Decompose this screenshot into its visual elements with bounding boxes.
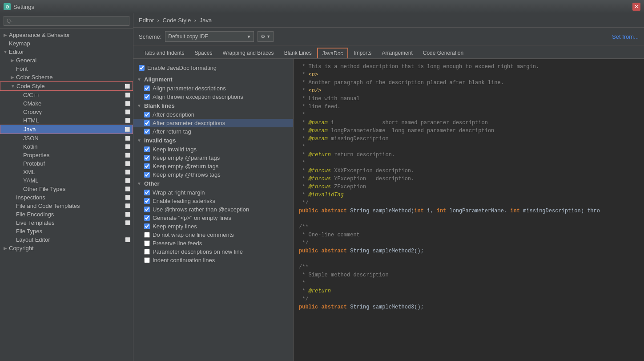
option-indent-continuation[interactable]: Indent continuation lines <box>133 256 293 264</box>
tab-spaces[interactable]: Spaces <box>189 48 217 58</box>
sidebar-item-groovy[interactable]: Groovy ⬜ <box>0 108 133 116</box>
close-button[interactable]: ✕ <box>632 3 640 11</box>
sidebar-item-live-templates[interactable]: Live Templates ⬜ <box>0 219 133 227</box>
section-other-header[interactable]: ▼ Other <box>133 179 293 188</box>
tab-javadoc[interactable]: JavaDoc <box>317 48 349 58</box>
align-param-checkbox[interactable] <box>144 85 150 91</box>
scheme-bar: Scheme: Default copy IDE ▼ ⚙ ▼ Set from.… <box>133 28 644 46</box>
option-label: Indent continuation lines <box>153 257 215 264</box>
tab-imports[interactable]: Imports <box>349 48 376 58</box>
keep-invalid-checkbox[interactable] <box>144 146 150 152</box>
scheme-dropdown[interactable]: Default copy IDE ▼ <box>165 31 254 42</box>
sidebar-item-protobuf[interactable]: Protobuf ⬜ <box>0 159 133 168</box>
keep-empty-return-checkbox[interactable] <box>144 163 150 169</box>
section-blank-lines-header[interactable]: ▼ Blank lines <box>133 101 293 110</box>
expand-arrow: ▶ <box>2 246 9 251</box>
leading-asterisks-checkbox[interactable] <box>144 198 150 204</box>
option-param-new-line[interactable]: Parameter descriptions on new line <box>133 247 293 256</box>
sidebar-item-html[interactable]: HTML ⬜ <box>0 116 133 125</box>
section-invalid-tags-header[interactable]: ▼ Invalid tags <box>133 136 293 145</box>
scheme-gear-button[interactable]: ⚙ ▼ <box>258 31 274 42</box>
sidebar-item-keymap[interactable]: Keymap <box>0 39 133 48</box>
option-keep-empty-throws[interactable]: Keep empty @throws tags <box>133 170 293 179</box>
sidebar-item-cpp[interactable]: C/C++ ⬜ <box>0 91 133 99</box>
sidebar-item-appearance[interactable]: ▶ Appearance & Behavior <box>0 31 133 39</box>
sidebar-item-properties[interactable]: Properties ⬜ <box>0 151 133 159</box>
option-no-wrap-one-line[interactable]: Do not wrap one line comments <box>133 231 293 239</box>
wrap-right-margin-checkbox[interactable] <box>144 190 150 195</box>
after-return-checkbox[interactable] <box>144 129 150 134</box>
sidebar-item-general[interactable]: ▶ General <box>0 56 133 65</box>
keep-empty-param-checkbox[interactable] <box>144 155 150 161</box>
use-throws-checkbox[interactable] <box>144 207 150 212</box>
sidebar-item-copyright[interactable]: ▶ Copyright <box>0 244 133 252</box>
indent-continuation-checkbox[interactable] <box>144 257 150 263</box>
sidebar-item-other-file-types[interactable]: Other File Types ⬜ <box>0 185 133 193</box>
gear-dropdown-icon: ▼ <box>266 34 270 39</box>
sidebar-item-kotlin[interactable]: Kotlin ⬜ <box>0 142 133 151</box>
sidebar-item-yaml[interactable]: YAML ⬜ <box>0 176 133 185</box>
sidebar-item-xml[interactable]: XML ⬜ <box>0 168 133 176</box>
set-from-link[interactable]: Set from... <box>612 33 639 40</box>
option-after-return-tag[interactable]: After return tag <box>133 127 293 136</box>
option-label: Generate "<p>" on empty lines <box>153 215 231 221</box>
sidebar-item-layout-editor[interactable]: Layout Editor ⬜ <box>0 235 133 244</box>
option-label: After parameter descriptions <box>153 120 225 126</box>
generate-p-checkbox[interactable] <box>144 215 150 221</box>
expand-arrow: ▼ <box>9 84 16 89</box>
tab-code-generation[interactable]: Code Generation <box>418 48 468 58</box>
option-wrap-right-margin[interactable]: Wrap at right margin <box>133 188 293 197</box>
sidebar-item-label: Kotlin <box>23 143 38 150</box>
align-thrown-checkbox[interactable] <box>144 94 150 100</box>
option-after-param-descriptions[interactable]: After parameter descriptions <box>133 119 293 127</box>
sidebar-item-editor[interactable]: ▼ Editor <box>0 48 133 56</box>
tab-arrangement[interactable]: Arrangement <box>377 48 417 58</box>
sidebar-item-color-scheme[interactable]: ▶ Color Scheme <box>0 73 133 81</box>
option-label: Use @throws rather than @exception <box>153 206 249 213</box>
param-new-line-checkbox[interactable] <box>144 249 150 255</box>
sidebar-item-cmake[interactable]: CMake ⬜ <box>0 99 133 108</box>
search-input[interactable] <box>4 16 129 26</box>
tab-tabs-and-indents[interactable]: Tabs and Indents <box>139 48 189 58</box>
tab-wrapping-and-braces[interactable]: Wrapping and Braces <box>217 48 278 58</box>
tab-blank-lines[interactable]: Blank Lines <box>279 48 317 58</box>
section-alignment-header[interactable]: ▼ Alignment <box>133 75 293 84</box>
tabs-bar: Tabs and Indents Spaces Wrapping and Bra… <box>133 48 644 59</box>
section-other: ▼ Other Wrap at right margin Enable lead… <box>133 179 293 264</box>
section-blank-lines: ▼ Blank lines After description After pa… <box>133 101 293 136</box>
sidebar-item-file-types[interactable]: File Types <box>0 227 133 235</box>
sidebar-item-file-encodings[interactable]: File Encodings ⬜ <box>0 210 133 219</box>
sidebar-item-code-style[interactable]: ▼ Code Style ⬜ <box>0 81 133 91</box>
code-preview-content: * This is a method description that is l… <box>299 63 639 311</box>
option-after-description[interactable]: After description <box>133 110 293 119</box>
preserve-line-feeds-checkbox[interactable] <box>144 240 150 246</box>
scheme-label: Scheme: <box>139 33 161 40</box>
option-align-thrown[interactable]: Align thrown exception descriptions <box>133 93 293 101</box>
sidebar-item-inspections[interactable]: Inspections ⬜ <box>0 193 133 202</box>
option-keep-empty-param[interactable]: Keep empty @param tags <box>133 154 293 162</box>
sidebar-item-json[interactable]: JSON ⬜ <box>0 134 133 142</box>
option-align-param[interactable]: Align parameter descriptions <box>133 84 293 93</box>
sidebar-item-label: General <box>16 57 36 64</box>
no-wrap-one-line-checkbox[interactable] <box>144 232 150 238</box>
option-generate-p[interactable]: Generate "<p>" on empty lines <box>133 214 293 222</box>
keep-empty-lines-checkbox[interactable] <box>144 223 150 229</box>
sidebar-item-font[interactable]: Font <box>0 65 133 73</box>
after-description-checkbox[interactable] <box>144 112 150 118</box>
enable-javadoc-checkbox[interactable] <box>139 65 145 71</box>
section-invalid-tags: ▼ Invalid tags Keep invalid tags Keep em… <box>133 136 293 179</box>
option-use-throws[interactable]: Use @throws rather than @exception <box>133 205 293 214</box>
keep-empty-throws-checkbox[interactable] <box>144 172 150 178</box>
sidebar-item-java[interactable]: Java ⬜ <box>0 125 133 134</box>
sidebar-tree: ▶ Appearance & Behavior Keymap ▼ Editor … <box>0 29 133 361</box>
option-keep-invalid[interactable]: Keep invalid tags <box>133 145 293 154</box>
settings-panel: Enable JavaDoc formatting ▼ Alignment Al… <box>133 59 294 361</box>
option-keep-empty-lines[interactable]: Keep empty lines <box>133 222 293 231</box>
option-enable-leading-asterisks[interactable]: Enable leading asterisks <box>133 197 293 205</box>
after-param-checkbox[interactable] <box>144 120 150 126</box>
sidebar-item-file-code-templates[interactable]: File and Code Templates ⬜ <box>0 202 133 210</box>
option-preserve-line-feeds[interactable]: Preserve line feeds <box>133 239 293 247</box>
option-keep-empty-return[interactable]: Keep empty @return tags <box>133 162 293 170</box>
section-other-title: Other <box>144 180 160 187</box>
scheme-select[interactable]: Default copy IDE <box>165 32 254 41</box>
